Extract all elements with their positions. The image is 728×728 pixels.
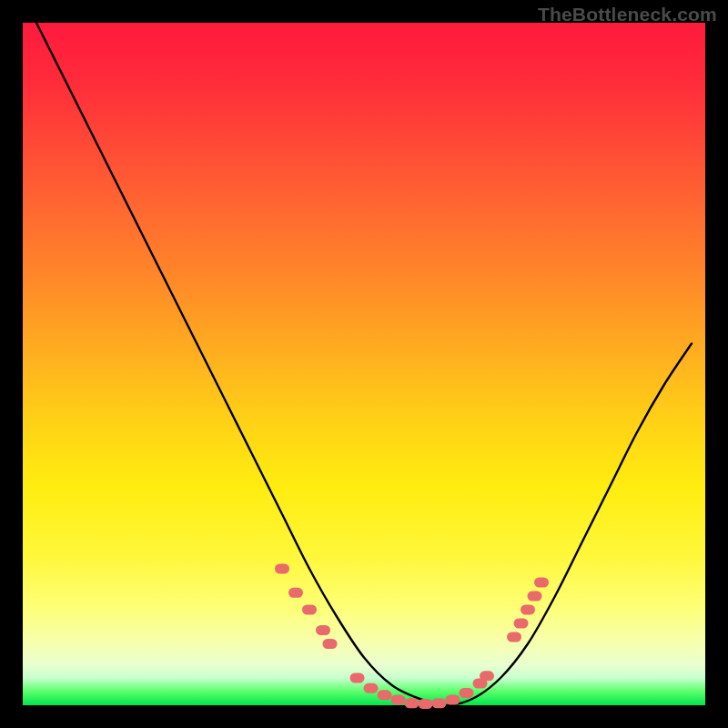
curve-layer	[36, 23, 692, 705]
curve-marker	[378, 690, 392, 700]
curve-marker	[534, 578, 549, 588]
curve-marker	[480, 671, 494, 681]
curve-marker	[432, 698, 447, 708]
curve-marker	[528, 592, 542, 602]
curve-marker	[364, 683, 379, 693]
plot-area	[23, 23, 705, 705]
curve-marker	[350, 673, 365, 683]
watermark-text: TheBottleneck.com	[538, 4, 717, 25]
chart-frame: TheBottleneck.com	[0, 0, 728, 728]
curve-marker	[288, 588, 303, 598]
curve-marker	[275, 564, 289, 574]
marker-layer	[275, 564, 549, 710]
curve-marker	[446, 695, 460, 705]
curve-marker	[391, 695, 406, 705]
curve-marker	[460, 688, 474, 698]
curve-marker	[514, 619, 529, 629]
curve-marker	[323, 639, 338, 649]
curve-marker	[419, 699, 433, 709]
chart-svg	[23, 23, 705, 705]
curve-marker	[507, 632, 521, 642]
curve-marker	[316, 625, 330, 635]
curve-marker	[302, 605, 317, 615]
bottleneck-curve	[36, 23, 692, 705]
curve-marker	[405, 698, 420, 708]
curve-marker	[521, 605, 535, 615]
